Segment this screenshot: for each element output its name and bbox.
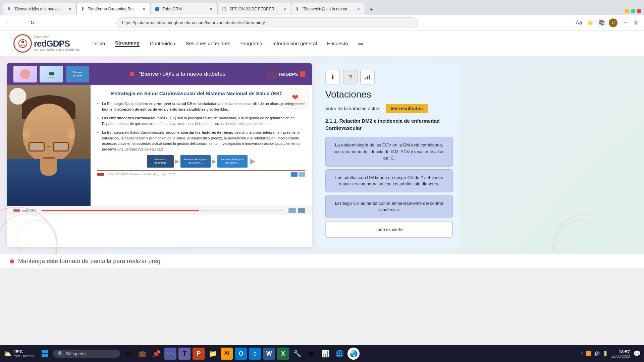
maximize-button[interactable] xyxy=(631,9,635,13)
wifi-icon[interactable]: 📶 xyxy=(586,351,591,356)
taskbar-app-folder[interactable]: 📁 xyxy=(207,348,219,360)
help-icon-button[interactable]: ? xyxy=(343,70,358,84)
new-tab-button[interactable]: + xyxy=(366,5,376,15)
logo-tagline: Comprometidos con la DIABETES xyxy=(34,48,80,52)
tab-3-icon: 🔵 xyxy=(155,7,160,11)
votaciones-title: Votaciones xyxy=(325,89,453,100)
nav-streaming[interactable]: Streaming xyxy=(115,40,140,47)
info-icon-button[interactable]: ℹ xyxy=(325,70,340,84)
slide-footer: SANIDAD 2022 Ministerio de Sanidad, marz… xyxy=(97,170,305,177)
taskbar-app-chrome[interactable]: 🌏 xyxy=(347,348,360,360)
streaming-panel: 💻 Cursoson-line "Bienvenid@s a la nueva … xyxy=(7,63,312,247)
vote-option-3[interactable]: El riesgo CV aumenta con el empeoramient… xyxy=(325,195,453,218)
volume-icon[interactable]: 🔊 xyxy=(594,351,600,356)
logo-area: Fundación redGDPS Comprometidos con la D… xyxy=(13,34,80,53)
close-button[interactable] xyxy=(637,9,641,13)
tab-2-title: Plataforma Streaming Barcelon... xyxy=(88,7,139,11)
vote-option-1[interactable]: La epidemiología de las ECV en la DM est… xyxy=(325,137,453,167)
taskbar-app-word[interactable]: W xyxy=(263,348,275,360)
address-bar-row: ← → ↻ https://plataforma.streamingbarcel… xyxy=(0,15,644,31)
svg-point-7 xyxy=(272,73,273,74)
tab-3-title: Zoho CRM xyxy=(162,7,206,11)
nav-inicio[interactable]: Inicio xyxy=(93,41,105,46)
back-button[interactable]: ← xyxy=(3,18,13,27)
taskbar-app-briefcase[interactable]: 💼 xyxy=(136,348,148,360)
nav-contenido[interactable]: Contenido xyxy=(150,41,175,46)
vote-question: 2.1.1. Relación DM2 e incidencia de enfe… xyxy=(325,117,453,131)
slide-diagram: Factoresde Riesgo ▶ Factores Biológicosd… xyxy=(97,155,305,168)
ticker-dot xyxy=(10,259,14,263)
svg-point-5 xyxy=(553,214,594,254)
presentation-title: "Bienvenid@s a la nueva diabetes" xyxy=(139,71,228,77)
battery-icon[interactable]: 🔋 xyxy=(602,351,608,356)
taskbar-app-illustrator[interactable]: Ai xyxy=(221,348,233,360)
ver-resultados-button[interactable]: Ver resultados xyxy=(386,104,428,113)
speaker-video xyxy=(7,85,91,206)
site-header: Fundación redGDPS Comprometidos con la D… xyxy=(0,31,644,56)
tab-5[interactable]: 🎙 "Bienvenid@s a la nueva diabet... ✕ xyxy=(291,3,365,15)
slide-bullets: • La Estrategia fija su objetivo en prom… xyxy=(97,101,305,152)
address-bar[interactable]: https://plataforma.streamingbarcelona.co… xyxy=(116,17,418,28)
taskbar-app-tools[interactable]: 🔧 xyxy=(291,348,303,360)
tab-4[interactable]: 📋 SESION 22 DE FEBRERO 2023 - Z... ✕ xyxy=(217,3,291,15)
vote-option-2[interactable]: Los adultos con DM tienen un riesgo CV d… xyxy=(325,169,453,192)
tab-3[interactable]: 🔵 Zoho CRM ✕ xyxy=(150,3,217,15)
site-nav: Inicio Streaming Contenido Sesiones ante… xyxy=(93,40,364,48)
taskbar-app-app1[interactable]: 📊 xyxy=(319,348,331,360)
url-text: https://plataforma.streamingbarcelona.co… xyxy=(122,20,265,25)
search-box[interactable]: 🔍 Búsqueda xyxy=(53,350,120,358)
taskbar-app-meet[interactable]: 📹 xyxy=(164,348,176,360)
svg-point-6 xyxy=(557,221,594,254)
svg-rect-12 xyxy=(45,350,48,353)
nav-programa[interactable]: Programa xyxy=(240,41,262,46)
profile-icon[interactable]: U xyxy=(608,18,618,27)
taskbar-app-teams[interactable]: T xyxy=(178,348,191,360)
tab-1-close[interactable]: ✕ xyxy=(68,6,72,12)
chart-icon-button[interactable] xyxy=(360,70,375,84)
reload-button[interactable]: ↻ xyxy=(28,18,37,27)
taskbar-app-calc[interactable]: 🖩 xyxy=(305,348,317,360)
tab-bar: 🎙 "Bienvenid@s a la nueva diabet... ✕ 🎙 … xyxy=(0,0,644,15)
start-button[interactable] xyxy=(39,348,51,360)
tray-chevron[interactable]: ^ xyxy=(581,351,583,356)
nav-logout-icon[interactable]: ⇒ xyxy=(358,40,364,48)
progress-bar[interactable] xyxy=(42,210,283,211)
forward-button[interactable]: → xyxy=(15,18,25,27)
taskbar-app-files[interactable]: 🗂 xyxy=(122,348,134,360)
vote-option-4[interactable]: Todo es cierto xyxy=(325,221,453,238)
reader-view-icon[interactable]: Aa xyxy=(574,18,584,27)
tab-3-close[interactable]: ✕ xyxy=(209,6,213,12)
logo-brand: redGDPS xyxy=(34,39,80,49)
taskbar-app-app2[interactable]: 🌐 xyxy=(333,348,345,360)
tab-4-close[interactable]: ✕ xyxy=(283,6,287,12)
edge-icon: b xyxy=(631,18,641,27)
taskbar-app-edge[interactable]: e xyxy=(249,348,261,360)
more-options-icon[interactable]: ⋯ xyxy=(620,18,629,27)
taskbar-app-outlook[interactable]: O xyxy=(235,348,247,360)
tab-2[interactable]: 🎙 Plataforma Streaming Barcelon... ✕ xyxy=(76,3,150,15)
slide-bullet-2: • Las enfermedades cardiovasculares (ECV… xyxy=(97,115,305,126)
main-content: 💻 Cursoson-line "Bienvenid@s a la nueva … xyxy=(0,56,644,254)
nav-encuesta[interactable]: Encuesta xyxy=(327,41,348,46)
ticker-text: Mantenga este formato de pantalla para r… xyxy=(18,258,160,265)
slide-bullet-1: • La Estrategia fija su objetivo en prom… xyxy=(97,101,305,112)
tab-1[interactable]: 🎙 "Bienvenid@s a la nueva diabet... ✕ xyxy=(3,3,76,15)
svg-rect-8 xyxy=(365,78,366,79)
taskbar-app-powerpoint[interactable]: P xyxy=(193,348,205,360)
taskbar-app-taskbar1[interactable]: 📌 xyxy=(150,348,162,360)
weather-widget: ⛅ 15°C Parc. soleado xyxy=(3,350,34,358)
vote-action-row: Votar en la votación actual: Ver resulta… xyxy=(325,104,453,113)
favorites-icon[interactable]: ⭐ xyxy=(586,18,595,27)
nav-info-general[interactable]: Información general xyxy=(272,41,317,46)
notification-icon[interactable]: 💬 xyxy=(633,350,641,357)
collections-icon[interactable]: 📚 xyxy=(597,18,606,27)
slide-title: Estrategia en Salud Cardiovascular del S… xyxy=(97,90,305,96)
minimize-button[interactable] xyxy=(625,9,629,13)
tab-2-close[interactable]: ✕ xyxy=(142,6,146,12)
svg-rect-13 xyxy=(42,354,45,357)
vote-icon-buttons: ℹ ? xyxy=(325,70,453,84)
nav-sesiones[interactable]: Sesiones anteriores xyxy=(186,41,230,46)
taskbar-app-excel[interactable]: X xyxy=(277,348,289,360)
tab-5-close[interactable]: ✕ xyxy=(357,6,361,12)
system-tray: ^ 📶 🔊 🔋 xyxy=(581,351,608,356)
